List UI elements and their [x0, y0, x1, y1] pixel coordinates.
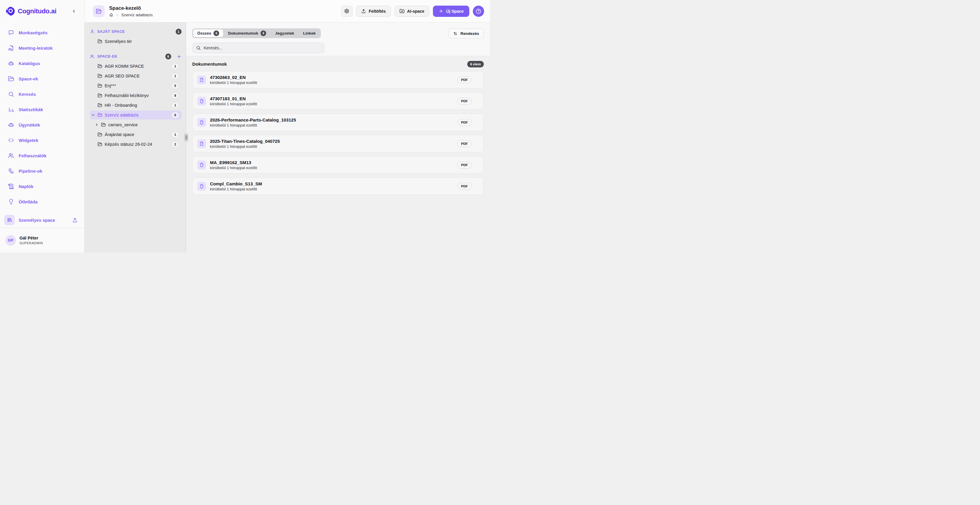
- sidebar-item-naplok[interactable]: Naplók: [0, 179, 84, 194]
- user-role: SUPERADMIN: [19, 241, 43, 245]
- sidebar-item-munkavegzes[interactable]: Munkavégzés: [0, 25, 84, 40]
- breadcrumb: Szervíz adatbázis: [109, 13, 153, 17]
- sidebar-item-meeting-leiratok[interactable]: Meeting-leiratok: [0, 40, 84, 56]
- chevron-right-icon: [116, 13, 119, 17]
- user-profile[interactable]: GP Gál Péter SUPERADMIN: [0, 228, 84, 252]
- tree-item-szerviz-adatbazis[interactable]: Szervíz adatbázis 6: [90, 111, 181, 119]
- tree-item-kepzes-statusz-26-02-24[interactable]: Képzés státusz 26-02-24 2: [90, 140, 181, 149]
- file-icon: [199, 163, 204, 167]
- sidebar-item-kereses[interactable]: Keresés: [0, 86, 84, 102]
- folder-open-icon: [98, 132, 102, 137]
- help-button[interactable]: [473, 6, 484, 17]
- chat-icon: [8, 30, 14, 36]
- own-space-count-badge: 1: [176, 29, 181, 35]
- sidebar-item-otletlada[interactable]: Ötletláda: [0, 194, 84, 209]
- home-icon[interactable]: [109, 13, 113, 17]
- personal-space-label: Személyes space: [19, 218, 55, 222]
- sidebar-item-label: Ügynökök: [19, 122, 40, 127]
- tab-label: Dokumentumok: [228, 31, 258, 35]
- file-type-badge: PDF: [457, 183, 472, 190]
- search-icon: [196, 46, 201, 50]
- personal-space-shortcut[interactable]: Személyes space: [0, 212, 84, 228]
- tab-label: Összes: [197, 31, 211, 35]
- folder-open-icon: [98, 74, 102, 78]
- tab-dokumentumok[interactable]: Dokumentumok 6: [224, 29, 270, 37]
- add-space-button[interactable]: [177, 54, 181, 59]
- drag-dots-icon: [185, 135, 188, 140]
- spaces-count-badge: 8: [165, 54, 171, 59]
- collapse-sidebar-button[interactable]: [70, 7, 78, 15]
- folder-open-icon: [98, 142, 102, 147]
- content: Összes 6 Dokumentumok 6 Jegyzetek Linkek: [186, 22, 490, 252]
- tree-item-felhasznaloi-kezikonyv[interactable]: Felhasználói kézikönyv 8: [90, 91, 181, 100]
- tab-jegyzetek[interactable]: Jegyzetek: [271, 29, 298, 37]
- sidebar-item-label: Keresés: [19, 92, 36, 97]
- sidebar-item-label: Pipeline-ok: [19, 168, 42, 173]
- body-row: SAJÁT SPACE 1 Személyes tér SPACE-EK 8: [84, 22, 490, 252]
- sidebar-item-statisztikak[interactable]: Statisztikák: [0, 102, 84, 117]
- tab-osszes[interactable]: Összes 6: [193, 29, 223, 37]
- document-card-47302663-02-en[interactable]: 47302663_02_EN körülbelül 1 hónappal eze…: [192, 71, 484, 88]
- tree-item-enj[interactable]: Enj*** 5: [90, 81, 181, 90]
- file-icon: [199, 141, 204, 146]
- sidebar-item-widgetek[interactable]: Widgetek: [0, 132, 84, 148]
- sidebar-item-ugynokok[interactable]: Ügynökök: [0, 117, 84, 132]
- settings-button[interactable]: [341, 6, 353, 17]
- folder-plus-icon: [399, 9, 404, 14]
- section-title: Dokumentumok: [192, 62, 227, 67]
- chevron-left-icon: [72, 9, 76, 14]
- document-card-2026-performance-parts-catalog-103125[interactable]: 2026-Performance-Parts-Catalog_103125 kö…: [192, 114, 484, 131]
- document-section: Dokumentumok 6 elem 47302663_02_EN körül…: [186, 56, 490, 252]
- document-timestamp: körülbelül 1 hónappal ezelőtt: [210, 166, 257, 170]
- page-header: Space-kezelő Szervíz adatbázis Feltöltés: [84, 0, 490, 22]
- upload-icon: [72, 217, 78, 223]
- document-title: 47307183_01_EN: [210, 96, 257, 101]
- document-title: 47302663_02_EN: [210, 75, 257, 80]
- item-count-pill: 6: [171, 112, 179, 119]
- chevron-right-icon[interactable]: [95, 123, 99, 127]
- tab-linkek[interactable]: Linkek: [299, 29, 320, 37]
- folder-open-icon: [98, 113, 102, 118]
- sidebar-item-katalogus[interactable]: Katalógus: [0, 56, 84, 71]
- tab-label: Jegyzetek: [275, 31, 294, 35]
- tree-item-hr-onboarding[interactable]: HR - Onboarding 1: [90, 101, 181, 110]
- item-count-pill: 8: [171, 92, 179, 99]
- document-timestamp: körülbelül 1 hónappal ezelőtt: [210, 145, 280, 149]
- document-card-47307183-01-en[interactable]: 47307183_01_EN körülbelül 1 hónappal eze…: [192, 92, 484, 110]
- tree-item-szemelyes-ter[interactable]: Személyes tér: [90, 37, 181, 46]
- panel-resize-handle[interactable]: [184, 133, 188, 142]
- file-type-badge: PDF: [457, 76, 472, 83]
- gear-icon: [344, 9, 349, 14]
- sidebar-item-label: Meeting-leiratok: [19, 46, 52, 51]
- sidebar-item-space-ek[interactable]: Space-ek: [0, 71, 84, 86]
- own-space-header: SAJÁT SPACE 1: [90, 27, 181, 36]
- sidebar-item-label: Ötletláda: [19, 199, 38, 204]
- new-space-button[interactable]: Új Space: [433, 6, 469, 17]
- tree-item-agr-seo-space[interactable]: AGR SEO SPACE 1: [90, 71, 181, 80]
- sidebar-item-pipeline-ok[interactable]: Pipeline-ok: [0, 163, 84, 179]
- tree-item-agr-komm-space[interactable]: AGR KOMM SPACE 1: [90, 62, 181, 71]
- sidebar-item-felhasznalok[interactable]: Felhasználók: [0, 148, 84, 163]
- tree-item-arajanlat-space[interactable]: Árajánlat space 1: [90, 130, 181, 139]
- search-icon: [8, 91, 14, 97]
- folder-open-icon: [98, 39, 102, 44]
- header-actions: Feltöltés AI-space Új Space: [341, 6, 484, 17]
- cognitudo-logo-icon: [5, 6, 16, 17]
- sort-button[interactable]: Rendezés: [448, 29, 484, 38]
- upload-button[interactable]: Feltöltés: [356, 6, 391, 17]
- transcript-icon: [8, 45, 14, 51]
- document-card-2025-titan-tines-catalog-040725[interactable]: 2025-Titan-Tines-Catalog_040725 körülbel…: [192, 135, 484, 152]
- document-card-compl-cambio-s13-sm[interactable]: Compl_Cambio_S13_SM körülbelül 1 hónappa…: [192, 178, 484, 195]
- document-card-ma-e999162-sm13[interactable]: MA_E999162_SM13 körülbelül 1 hónappal ez…: [192, 156, 484, 173]
- search-input[interactable]: [204, 46, 321, 50]
- file-type-badge: PDF: [457, 162, 472, 168]
- ai-space-button[interactable]: AI-space: [395, 6, 430, 17]
- scroll-icon: [8, 183, 14, 189]
- chevron-down-icon[interactable]: [91, 113, 95, 117]
- share-personal-space-button[interactable]: [72, 217, 78, 223]
- document-timestamp: körülbelül 1 hónappal ezelőtt: [210, 102, 257, 106]
- sidebar-item-label: Space-ek: [19, 76, 38, 81]
- item-count-pill: 2: [171, 141, 179, 148]
- tree-item-carraro-service[interactable]: carraro_service: [90, 120, 181, 129]
- document-title: Compl_Cambio_S13_SM: [210, 181, 262, 186]
